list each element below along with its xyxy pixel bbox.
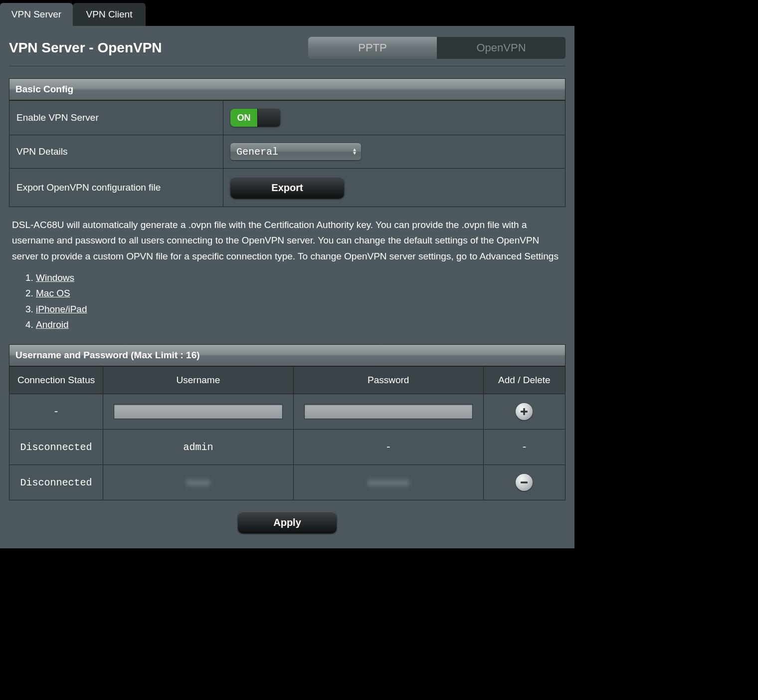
col-password: Password [293, 367, 483, 394]
new-row-status: - [9, 394, 103, 430]
row1-username: xxxx [186, 477, 210, 488]
protocol-switch: PPTP OpenVPN [308, 37, 566, 59]
col-connection-status: Connection Status [9, 367, 103, 394]
tab-vpn-client[interactable]: VPN Client [73, 3, 146, 26]
delete-user-button[interactable] [516, 474, 533, 491]
table-row: Disconnected admin - - [9, 430, 566, 465]
svg-rect-1 [521, 411, 528, 413]
add-user-button[interactable] [516, 403, 533, 420]
row0-username: admin [103, 430, 294, 465]
vpn-details-value: General [236, 146, 278, 158]
vpn-details-label: VPN Details [9, 135, 223, 169]
row0-action: - [483, 430, 565, 465]
minus-icon [519, 477, 529, 487]
new-password-input[interactable] [304, 404, 473, 419]
chevron-up-down-icon: ▲▼ [353, 148, 356, 155]
enable-vpn-toggle[interactable]: ON [230, 109, 280, 127]
apply-button[interactable]: Apply [238, 511, 337, 533]
platform-link-windows[interactable]: Windows [36, 272, 74, 283]
platform-list: Windows Mac OS iPhone/iPad Android [22, 270, 566, 332]
title-divider [9, 66, 566, 66]
platform-link-iphone[interactable]: iPhone/iPad [36, 304, 87, 314]
enable-vpn-label: Enable VPN Server [9, 101, 223, 135]
tab-bar: VPN Server VPN Client [0, 0, 574, 26]
page-title: VPN Server - OpenVPN [9, 40, 162, 56]
export-config-label: Export OpenVPN configuration file [9, 169, 223, 207]
tab-vpn-server[interactable]: VPN Server [0, 3, 73, 26]
toggle-on-label: ON [230, 109, 257, 127]
export-button[interactable]: Export [230, 177, 344, 199]
col-username: Username [103, 367, 294, 394]
new-user-row: - [9, 394, 566, 430]
protocol-openvpn-button[interactable]: OpenVPN [437, 37, 566, 59]
basic-config-header: Basic Config [9, 78, 566, 100]
description-text: DSL-AC68U will automatically generate a … [12, 217, 563, 264]
row0-password: - [293, 430, 483, 465]
vpn-details-dropdown[interactable]: General ▲▼ [230, 143, 361, 160]
platform-link-android[interactable]: Android [36, 319, 69, 330]
row1-status: Disconnected [9, 465, 103, 500]
table-row: Disconnected xxxx xxxxxxx [9, 465, 566, 500]
plus-icon [519, 407, 529, 417]
col-add-delete: Add / Delete [483, 367, 565, 394]
basic-config-table: Enable VPN Server ON VPN Details General… [9, 100, 566, 207]
users-table: Connection Status Username Password Add … [9, 366, 566, 500]
new-username-input[interactable] [114, 404, 282, 419]
row1-password: xxxxxxx [368, 477, 409, 488]
users-section-header: Username and Password (Max Limit : 16) [9, 344, 566, 366]
platform-link-macos[interactable]: Mac OS [36, 288, 70, 298]
protocol-pptp-button[interactable]: PPTP [308, 37, 437, 59]
main-panel: VPN Server - OpenVPN PPTP OpenVPN Basic … [0, 26, 574, 548]
svg-rect-2 [521, 482, 528, 483]
row0-status: Disconnected [9, 430, 103, 465]
toggle-knob [257, 109, 280, 127]
